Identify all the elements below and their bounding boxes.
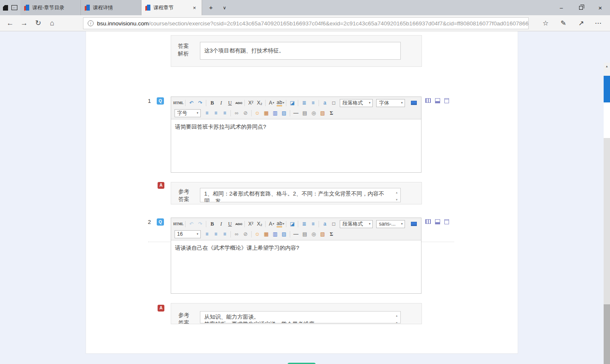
scroll-up-icon[interactable]: ▲ [396, 189, 398, 196]
redo-icon[interactable]: ↷ [196, 99, 204, 107]
paste-icon[interactable]: ▧ [319, 109, 327, 117]
italic-icon[interactable]: I [217, 99, 225, 107]
align-left-icon[interactable]: ≡ [203, 109, 211, 117]
favorites-icon[interactable]: ☆ [536, 15, 555, 31]
align-right-icon[interactable]: ≡ [221, 109, 229, 117]
share-icon[interactable]: ↗ [572, 15, 591, 31]
redo-icon[interactable]: ↷ [196, 220, 204, 228]
scrollbar-thumb[interactable] [604, 76, 610, 102]
set-tabs-aside-icon[interactable]: ← [11, 5, 17, 10]
print-icon[interactable]: ▤ [301, 109, 309, 117]
eraser-icon[interactable]: ◪ [288, 99, 296, 107]
fullscreen-icon[interactable] [411, 222, 417, 226]
superscript-icon[interactable]: X² [247, 99, 255, 107]
unordered-list-icon[interactable]: ≡ [309, 220, 317, 228]
align-center-icon[interactable]: ≡ [212, 109, 220, 117]
font-color-icon[interactable]: A▾ [267, 99, 275, 107]
question-text-editor[interactable]: 请谈谈自己在《武术学概论》课上希望学习的内容? [171, 240, 421, 293]
analysis-input[interactable] [200, 42, 401, 60]
tab-preview-icon[interactable] [3, 5, 8, 11]
restore-button[interactable] [571, 0, 591, 15]
eraser-icon[interactable]: ◪ [288, 220, 296, 228]
align-center-icon[interactable]: ≡ [212, 230, 220, 238]
textarea-scrollbar[interactable]: ▲▼ [394, 189, 399, 201]
formula-icon[interactable]: Σ [327, 109, 336, 117]
emoticon-icon[interactable]: ☺ [253, 230, 261, 238]
new-page-icon[interactable]: □ [330, 99, 338, 107]
save-question-icon[interactable] [435, 98, 440, 103]
font-size-select[interactable]: 16▾ [175, 230, 201, 238]
delete-question-icon[interactable] [444, 219, 449, 224]
font-size-select[interactable]: 字号▾ [175, 109, 201, 117]
link-icon[interactable]: ∞ [233, 230, 241, 238]
italic-icon[interactable]: I [217, 220, 225, 228]
fullscreen-icon[interactable] [411, 101, 417, 105]
media-icon[interactable]: ▥ [271, 109, 279, 117]
bold-icon[interactable]: B [208, 99, 216, 107]
image-icon[interactable]: ▦ [262, 230, 270, 238]
reference-answer-input[interactable]: 1、相同：2者形式都有套路、格斗。2、不同：产生文化背景不同，内容不同，发 展方… [200, 188, 401, 202]
bold-icon[interactable]: B [208, 220, 216, 228]
anchor-icon[interactable]: a [321, 99, 329, 107]
url-input[interactable]: i bsu.innovisionu.com/course/section/exe… [83, 17, 529, 29]
highlight-icon[interactable]: ab▾ [276, 220, 284, 228]
scrollbar-up-icon[interactable]: ▲ [604, 63, 610, 70]
baidu-map-icon[interactable]: ▨ [280, 109, 288, 117]
tab-menu-button[interactable]: ∨ [218, 0, 231, 15]
paragraph-format-select[interactable]: 段落格式▾ [340, 99, 373, 107]
unlink-icon[interactable]: ⊘ [241, 109, 250, 117]
undo-icon[interactable]: ↶ [187, 220, 195, 228]
paragraph-format-select[interactable]: 段落格式▾ [340, 220, 373, 228]
baidu-map-icon[interactable]: ▨ [280, 230, 288, 238]
minimize-button[interactable]: – [552, 0, 571, 15]
font-family-select[interactable]: sans-...▾ [376, 220, 405, 228]
media-icon[interactable]: ▥ [271, 230, 279, 238]
underline-icon[interactable]: U [226, 99, 234, 107]
more-options-icon[interactable]: ⋯ [589, 15, 607, 31]
tab-close-icon[interactable]: × [191, 5, 198, 11]
scroll-up-icon[interactable]: ▲ [396, 312, 398, 320]
insert-media-icon[interactable] [425, 219, 431, 224]
unlink-icon[interactable]: ⊘ [241, 230, 250, 238]
scroll-down-icon[interactable]: ▼ [396, 320, 398, 323]
new-page-icon[interactable]: □ [330, 220, 338, 228]
superscript-icon[interactable]: X² [247, 220, 255, 228]
strikethrough-icon[interactable]: ABC [235, 99, 243, 107]
print-icon[interactable]: ▤ [301, 230, 309, 238]
search-icon[interactable]: ◎ [310, 109, 318, 117]
highlight-icon[interactable]: ab▾ [276, 99, 284, 107]
tab-course-toc[interactable]: 课程-章节目录 [20, 0, 81, 15]
tab-course-section-active[interactable]: 课程章节 × [141, 0, 202, 15]
align-left-icon[interactable]: ≡ [203, 230, 211, 238]
search-icon[interactable]: ◎ [310, 230, 318, 238]
formula-icon[interactable]: Σ [327, 230, 336, 238]
home-icon[interactable]: ⌂ [45, 15, 59, 31]
horizontal-rule-icon[interactable]: — [292, 109, 300, 117]
info-icon[interactable]: i [88, 20, 94, 26]
font-family-select[interactable]: 字体▾ [376, 99, 405, 107]
subscript-icon[interactable]: X₂ [255, 99, 263, 107]
reference-answer-input[interactable]: 从知识、能力方面谈。 答案解析：要求学生实话实说，学会思考维度 ▲▼ [200, 311, 401, 323]
source-code-icon[interactable]: HTML [173, 220, 183, 228]
paste-icon[interactable]: ▧ [319, 230, 327, 238]
image-icon[interactable]: ▦ [262, 109, 270, 117]
emoticon-icon[interactable]: ☺ [253, 109, 261, 117]
source-code-icon[interactable]: HTML [173, 99, 183, 107]
textarea-scrollbar[interactable]: ▲▼ [394, 312, 399, 322]
question-text-editor[interactable]: 请简要回答班卡苏拉与武术的异同点? [171, 119, 421, 172]
ordered-list-icon[interactable]: ≣ [300, 99, 308, 107]
anchor-icon[interactable]: a [321, 220, 329, 228]
save-question-icon[interactable] [435, 219, 440, 224]
back-icon[interactable]: ← [3, 15, 17, 31]
delete-question-icon[interactable] [444, 98, 449, 103]
unordered-list-icon[interactable]: ≡ [309, 99, 317, 107]
page-scrollbar[interactable]: ▲ ▼ [604, 63, 610, 364]
insert-media-icon[interactable] [425, 98, 431, 103]
font-color-icon[interactable]: A▾ [267, 220, 275, 228]
underline-icon[interactable]: U [226, 220, 234, 228]
strikethrough-icon[interactable]: ABC [235, 220, 243, 228]
new-tab-button[interactable]: + [205, 0, 217, 15]
close-button[interactable]: × [591, 0, 610, 15]
refresh-icon[interactable]: ↻ [31, 15, 45, 31]
scroll-down-icon[interactable]: ▼ [396, 196, 398, 202]
